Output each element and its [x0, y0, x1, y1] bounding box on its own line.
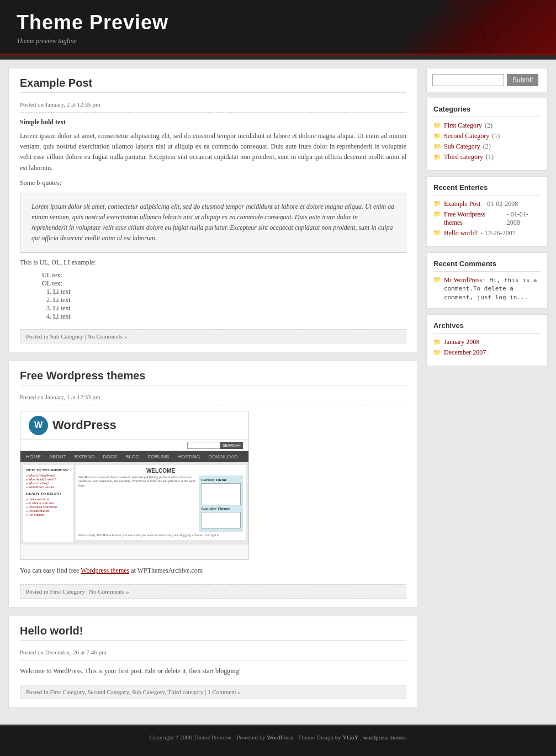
post-title-example: Example Post — [20, 77, 406, 89]
footer-text: Copyright ? 2008 Theme Preview - Powered… — [149, 734, 265, 741]
post-blockquote: Lorem ipsum dolor sit amet, consectetur … — [20, 193, 406, 253]
wp-nav-blog: BLOG — [126, 454, 140, 459]
wp-welcome-title: WELCOME — [78, 468, 243, 474]
archive-item-1: 📁 December 2007 — [433, 348, 541, 357]
footer-wt-link[interactable]: wordpress themes — [363, 734, 406, 741]
list-area: UL text OL text Li text Li text Li text … — [20, 271, 406, 321]
footer-wp-link[interactable]: WordPress — [267, 734, 293, 741]
category-sub-link[interactable]: Sub Category — [444, 142, 480, 151]
wp-theme-box: Current Theme Available Themes — [199, 475, 243, 532]
recent-entries-widget: Recent Enteries 📁 Example Post - 01-02-2… — [426, 176, 548, 247]
post-meta-hello: Posted on December, 26 at 7:46 pm — [20, 649, 406, 660]
post-body-hello: Welcome to WordPress. This is your first… — [20, 666, 406, 676]
folder-icon: 📁 — [433, 276, 441, 283]
list-item: Li text — [53, 313, 406, 321]
archive-link-1[interactable]: December 2007 — [444, 348, 486, 357]
post-title-hello: Hello world! — [20, 625, 406, 637]
categories-title: Categories — [433, 105, 541, 117]
wp-nav: HOME ABOUT EXTEND DOCS BLOG FORUMS HOSTI… — [20, 451, 248, 462]
category-second-count: (1) — [492, 132, 500, 140]
category-second: 📁 Second Category (1) — [433, 132, 541, 140]
wp-nav-download: DOWNLOAD — [209, 454, 238, 459]
recent-entry-date-0: - 01-02-2008 — [483, 200, 518, 208]
recent-entry-date-2: - 12-26-2007 — [481, 229, 516, 237]
wordpress-screenshot: W WordPress SEARCH» HOME ABOUT EXTEND DO… — [20, 411, 249, 560]
post-meta-example: Posted on January, 2 at 12:35 pm — [20, 101, 406, 113]
post-footer-example: Posted in Sub Category | No Comments » — [20, 329, 406, 343]
recent-entry-date-1: - 01-01-2008 — [507, 210, 541, 227]
comment-content: Mr WordPress: Hi, this is a comment.To d… — [444, 276, 541, 302]
post-wordpress-themes: Free Wordpress themes Posted on January,… — [8, 361, 418, 607]
site-header: Theme Preview Theme preview tagline — [0, 0, 556, 55]
post-body-example: Lorem ipsum dolor sit amet, consectetur … — [20, 131, 406, 173]
wp-nav-hosting: HOSTING — [178, 454, 200, 459]
wp-nav-docs: DOCS — [103, 454, 118, 459]
recent-comments-title: Recent Comments — [433, 260, 541, 272]
wp-logo-circle: W — [29, 416, 48, 435]
site-footer: Copyright ? 2008 Theme Preview - Powered… — [0, 725, 556, 749]
folder-icon: 📁 — [433, 229, 441, 236]
ol-wrapper: OL text Li text Li text Li text Li text — [42, 279, 406, 321]
post-text-wordpress: You can easy find free Wordpress themes … — [20, 565, 406, 576]
post-title-wordpress: Free Wordpress themes — [20, 369, 406, 382]
post-example: Example Post Posted on January, 2 at 12:… — [8, 68, 418, 352]
post-title-separator-3 — [20, 640, 406, 641]
recent-entry-link-2[interactable]: Hello world! — [444, 229, 478, 237]
category-sub: 📁 Sub Category (2) — [433, 142, 541, 151]
search-input[interactable] — [432, 74, 504, 86]
category-second-link[interactable]: Second Category — [444, 132, 489, 140]
wp-welcome-text: WordPress is a state-of-the-art semantic… — [78, 475, 196, 532]
wp-nav-about: ABOUT — [49, 454, 66, 459]
site-title: Theme Preview — [17, 11, 539, 34]
comment-author-link[interactable]: Mr WordPress — [444, 276, 482, 284]
post-title-separator — [20, 92, 406, 93]
list-item: Li text — [53, 304, 406, 313]
text-after-link: at WPThemesArchive.com — [131, 567, 203, 574]
folder-icon: 📁 — [433, 154, 441, 161]
categories-widget: Categories 📁 First Category (2) 📁 Second… — [426, 98, 548, 171]
archive-link-0[interactable]: January 2008 — [444, 338, 479, 346]
main-content: Example Post Posted on January, 2 at 12:… — [8, 68, 418, 716]
recent-entries-title: Recent Enteries — [433, 183, 541, 195]
post-title-separator-2 — [20, 385, 406, 385]
footer-comma: , — [360, 734, 362, 741]
category-first: 📁 First Category (2) — [433, 121, 541, 130]
post-footer-wordpress: Posted in First Category | No Comments » — [20, 584, 406, 599]
footer-ygoy-link[interactable]: YGoY — [342, 734, 358, 741]
sidebar: Submit Categories 📁 First Category (2) 📁… — [426, 68, 548, 716]
wp-search-input[interactable] — [187, 442, 220, 449]
category-third-link[interactable]: Third category — [444, 153, 483, 161]
post-hello-world: Hello world! Posted on December, 26 at 7… — [8, 616, 418, 708]
wp-main-area: WELCOME WordPress is a state-of-the-art … — [76, 465, 246, 542]
post-meta-wordpress: Posted on January, 1 at 12:33 pm — [20, 394, 406, 405]
ordered-list: Li text Li text Li text Li text — [42, 288, 406, 321]
wp-sidebar-left: NEW TO WORDPRESS? » What is WordPress? »… — [23, 465, 73, 542]
ul-example-label: This is UL, OL, LI example: — [20, 258, 406, 267]
search-button[interactable]: Submit — [507, 74, 538, 86]
wp-image-inner: W WordPress SEARCH» HOME ABOUT EXTEND DO… — [20, 411, 248, 559]
header-inner: Theme Preview Theme preview tagline — [0, 0, 556, 55]
recent-entry-link-1[interactable]: Free Wordpress themes — [444, 210, 504, 227]
wp-welcome: WELCOME WordPress is a state-of-the-art … — [76, 465, 246, 541]
folder-icon: 📁 — [433, 122, 441, 129]
wp-nav-home: HOME — [26, 454, 41, 459]
site-tagline: Theme preview tagline — [17, 37, 539, 45]
sidebar-search-widget: Submit — [426, 68, 548, 92]
wordpress-themes-link[interactable]: Wordpress themes — [81, 567, 129, 574]
comment-item-0: 📁 Mr WordPress: Hi, this is a comment.To… — [433, 276, 541, 302]
category-third: 📁 Third category (1) — [433, 153, 541, 161]
wp-logo-area: W WordPress — [20, 411, 248, 440]
archives-title: Archives — [433, 321, 541, 334]
recent-entry-link-0[interactable]: Example Post — [444, 200, 480, 208]
available-themes-label: Available Themes — [201, 506, 241, 511]
list-item: Li text — [53, 288, 406, 296]
wp-body: NEW TO WORDPRESS? » What is WordPress? »… — [20, 462, 248, 545]
post-bold-example: Simple bold text — [20, 118, 406, 126]
wp-search-button[interactable]: SEARCH» — [220, 442, 243, 449]
archives-widget: Archives 📁 January 2008 📁 December 2007 — [426, 314, 548, 366]
current-theme-label: Current Theme — [201, 478, 241, 482]
bquote-label: Some b-quotes: — [20, 179, 406, 187]
folder-icon: 📁 — [433, 210, 441, 218]
folder-icon: 📁 — [433, 143, 441, 150]
category-first-link[interactable]: First Category — [444, 121, 482, 130]
